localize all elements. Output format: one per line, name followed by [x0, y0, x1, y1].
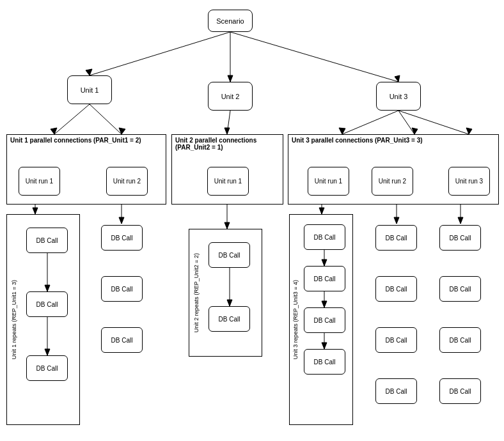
- unit3-run2: Unit run 2: [372, 167, 413, 196]
- rep-unit1-db1: DB Call: [26, 228, 68, 253]
- unit1-node: Unit 1: [67, 75, 112, 104]
- svg-marker-7: [51, 128, 57, 134]
- par-unit3-label: Unit 3 parallel connections (PAR_Unit3 =…: [292, 137, 423, 144]
- svg-marker-19: [33, 208, 38, 214]
- svg-line-14: [398, 111, 414, 134]
- rep-unit3-db3: DB Call: [304, 307, 345, 333]
- svg-marker-11: [224, 128, 230, 134]
- rep-unit1-label: Unit 1 repeats (REP_Unit1 = 3): [11, 280, 17, 359]
- unit2-run1: Unit run 1: [207, 167, 249, 196]
- rep-unit3-label: Unit 3 repeats (REP_Unit3 = 4): [292, 280, 299, 359]
- unit3-run1: Unit run 1: [308, 167, 349, 196]
- svg-line-4: [230, 32, 398, 82]
- svg-line-16: [398, 111, 469, 134]
- unit3-run2-db1: DB Call: [375, 225, 417, 251]
- svg-marker-5: [395, 75, 400, 82]
- svg-marker-9: [119, 128, 125, 134]
- svg-marker-13: [339, 128, 345, 134]
- par-unit3-box: Unit 3 parallel connections (PAR_Unit3 =…: [288, 134, 499, 205]
- unit3-run2-db4: DB Call: [375, 378, 417, 404]
- unit1-run2-db3: DB Call: [101, 327, 143, 353]
- unit1-label: Unit 1: [81, 86, 99, 94]
- unit3-node: Unit 3: [376, 82, 421, 111]
- rep-unit1-box: Unit 1 repeats (REP_Unit1 = 3) DB Call D…: [6, 214, 80, 425]
- svg-marker-49: [322, 259, 327, 266]
- svg-marker-25: [319, 208, 324, 214]
- unit3-run3-db2: DB Call: [439, 276, 481, 302]
- rep-unit3-db1: DB Call: [304, 224, 345, 250]
- svg-marker-3: [228, 75, 233, 82]
- svg-marker-43: [45, 285, 50, 291]
- svg-marker-27: [394, 217, 399, 224]
- scenario-node: Scenario: [208, 10, 253, 32]
- rep-unit2-db2: DB Call: [209, 306, 250, 332]
- svg-marker-1: [86, 69, 92, 75]
- svg-line-0: [90, 32, 230, 75]
- diagram: Scenario Unit 1 Unit 2 Unit 3 Unit 1 par…: [0, 0, 504, 441]
- unit3-label: Unit 3: [390, 93, 408, 100]
- scenario-label: Scenario: [216, 17, 244, 25]
- unit3-run2-db3: DB Call: [375, 327, 417, 353]
- unit3-run3-db1: DB Call: [439, 225, 481, 251]
- unit1-run1: Unit run 1: [19, 167, 60, 196]
- unit3-run3: Unit run 3: [448, 167, 490, 196]
- svg-marker-29: [458, 217, 463, 224]
- svg-marker-45: [45, 349, 50, 355]
- unit3-run3-db4: DB Call: [439, 378, 481, 404]
- unit1-run2: Unit run 2: [106, 167, 148, 196]
- unit3-run2-db2: DB Call: [375, 276, 417, 302]
- unit2-node: Unit 2: [208, 82, 253, 111]
- svg-line-8: [90, 104, 122, 134]
- rep-unit2-db1: DB Call: [209, 242, 250, 268]
- unit3-run3-db3: DB Call: [439, 327, 481, 353]
- par-unit2-box: Unit 2 parallel connections (PAR_Unit2 =…: [171, 134, 283, 205]
- rep-unit3-db2: DB Call: [304, 266, 345, 291]
- rep-unit1-db3: DB Call: [26, 355, 68, 381]
- svg-line-10: [227, 111, 230, 134]
- svg-marker-17: [466, 128, 472, 134]
- rep-unit2-box: Unit 2 repeats (REP_Unit2 = 2) DB Call D…: [189, 229, 262, 357]
- rep-unit2-label: Unit 2 repeats (REP_Unit2 = 2): [193, 253, 200, 332]
- svg-marker-53: [322, 343, 327, 349]
- par-unit1-label: Unit 1 parallel connections (PAR_Unit1 =…: [10, 137, 141, 144]
- rep-unit1-db2: DB Call: [26, 291, 68, 317]
- svg-marker-51: [322, 301, 327, 307]
- unit2-label: Unit 2: [221, 93, 240, 100]
- rep-unit3-db4: DB Call: [304, 349, 345, 375]
- svg-marker-15: [412, 128, 418, 134]
- svg-line-12: [342, 111, 398, 134]
- unit1-run2-db1: DB Call: [101, 225, 143, 251]
- rep-unit3-box: Unit 3 repeats (REP_Unit3 = 4) DB Call D…: [289, 214, 353, 425]
- svg-line-6: [54, 104, 90, 134]
- svg-marker-47: [227, 300, 232, 306]
- par-unit2-label: Unit 2 parallel connections (PAR_Unit2 =…: [175, 137, 283, 151]
- svg-marker-21: [119, 217, 124, 224]
- unit1-run2-db2: DB Call: [101, 276, 143, 302]
- par-unit1-box: Unit 1 parallel connections (PAR_Unit1 =…: [6, 134, 166, 205]
- svg-marker-23: [224, 222, 230, 229]
